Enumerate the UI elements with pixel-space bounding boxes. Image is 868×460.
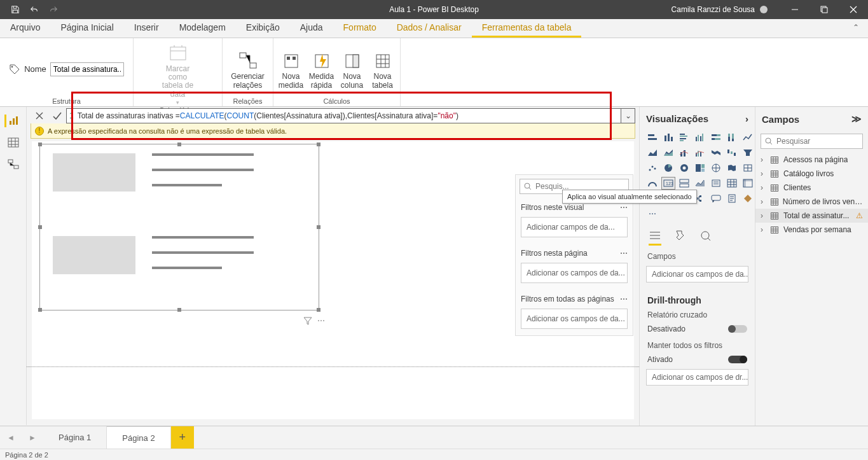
vis-100-column-icon[interactable]: [726, 132, 738, 143]
menu-ferramentas-tabela[interactable]: Ferramentas da tabela: [472, 19, 582, 38]
vis-paginated-icon[interactable]: [726, 193, 738, 204]
vis-map-icon[interactable]: [710, 162, 722, 174]
page-tab-1[interactable]: Página 1: [43, 426, 107, 449]
formula-expand-icon[interactable]: ⌄: [621, 108, 635, 123]
menu-exibicao[interactable]: Exibição: [236, 19, 290, 38]
vis-100-bar-icon[interactable]: [710, 132, 722, 143]
vis-filled-map-icon[interactable]: [726, 162, 738, 174]
page-tab-2[interactable]: Página 2: [107, 426, 170, 449]
vis-multi-card-icon[interactable]: [678, 178, 691, 189]
page-next-icon[interactable]: ►: [22, 426, 43, 449]
menu-modelagem[interactable]: Modelagem: [169, 19, 236, 38]
vis-treemap-icon[interactable]: [694, 162, 706, 174]
filters-page-drop[interactable]: Adicionar os campos de da...: [521, 263, 628, 283]
add-page-button[interactable]: +: [171, 426, 194, 449]
menu-formato[interactable]: Formato: [333, 19, 387, 38]
field-table-row[interactable]: ›Clientes: [755, 181, 868, 195]
vis-pie-icon[interactable]: [662, 162, 675, 174]
vis-matrix-icon[interactable]: [741, 178, 754, 189]
report-view-icon[interactable]: [4, 115, 20, 127]
vis-clustered-bar-icon[interactable]: [678, 132, 691, 143]
filters-all-drop[interactable]: Adicionar os campos de da...: [521, 309, 628, 329]
manage-relations-button[interactable]: Gerenciar relações: [228, 48, 268, 89]
field-table-row[interactable]: ›Número de livros vendi...: [755, 195, 868, 209]
new-table-button[interactable]: Nova tabela: [368, 48, 398, 89]
maximize-button[interactable]: [809, 0, 839, 19]
vis-line-icon[interactable]: [741, 132, 754, 143]
visual-more-icon[interactable]: ⋯: [317, 316, 325, 325]
expand-pane-icon[interactable]: ≫: [851, 113, 862, 125]
table-name-input[interactable]: [50, 62, 124, 76]
fields-search[interactable]: Pesquisar: [761, 134, 863, 149]
new-measure-button[interactable]: Nova medida: [276, 48, 307, 89]
vis-powerapps-icon[interactable]: [741, 193, 754, 204]
save-icon[interactable]: [6, 2, 24, 17]
vis-kpi-icon[interactable]: [694, 178, 706, 189]
page-prev-icon[interactable]: ◄: [0, 426, 22, 449]
vis-clustered-column-icon[interactable]: [694, 132, 706, 143]
commit-formula-icon[interactable]: [48, 108, 66, 123]
menu-dados-analisar[interactable]: Dados / Analisar: [387, 19, 472, 38]
vis-stacked-column-icon[interactable]: [662, 132, 675, 143]
vis-stacked-bar-icon[interactable]: [646, 132, 659, 143]
close-button[interactable]: [839, 0, 868, 19]
filters-visual-drop[interactable]: Adicionar campos de da...: [521, 217, 628, 237]
vis-tab-fields[interactable]: [649, 230, 661, 246]
collapse-ribbon-icon[interactable]: ⌃: [849, 23, 863, 32]
vis-area-icon[interactable]: [646, 147, 659, 158]
redo-icon[interactable]: [45, 2, 62, 17]
more-icon[interactable]: ⋯: [620, 203, 628, 212]
undo-icon[interactable]: [25, 2, 43, 17]
vis-scatter-icon[interactable]: [646, 162, 659, 174]
menu-inserir[interactable]: Inserir: [124, 19, 169, 38]
user-avatar[interactable]: [760, 6, 768, 13]
svg-rect-56: [701, 164, 705, 168]
vis-line-column-icon[interactable]: [678, 147, 691, 158]
drill-through-drop[interactable]: Adicionar os campos de dr...: [646, 369, 748, 386]
field-table-row[interactable]: ›Acessos na página: [755, 153, 868, 167]
collapse-pane-icon[interactable]: ›: [745, 113, 748, 124]
svg-rect-8: [293, 57, 296, 60]
vis-stacked-area-icon[interactable]: [662, 147, 675, 158]
vis-donut-icon[interactable]: [678, 162, 691, 174]
vis-line-clustered-icon[interactable]: [694, 147, 706, 158]
vis-tab-format[interactable]: [674, 230, 687, 246]
new-column-button[interactable]: Nova coluna: [337, 48, 368, 89]
model-view-icon[interactable]: [6, 158, 21, 171]
more-icon[interactable]: ⋯: [620, 249, 628, 258]
field-table-name: Clientes: [783, 183, 811, 192]
visual-placeholder[interactable]: ⋯: [39, 144, 319, 310]
data-view-icon[interactable]: [6, 136, 21, 149]
quick-measure-button[interactable]: Medida rápida: [307, 48, 337, 89]
vis-table-icon[interactable]: [726, 178, 738, 189]
formula-bar[interactable]: 1 Total de assinaturas inativas = CALCUL…: [66, 108, 621, 123]
field-table-row[interactable]: ›Catálogo livros: [755, 167, 868, 181]
visualization-gallery: 123 R Py ⋯: [640, 130, 755, 223]
vis-ribbon-icon[interactable]: [710, 147, 722, 158]
vis-gauge-icon[interactable]: [646, 178, 659, 189]
vis-slicer-icon[interactable]: [710, 178, 722, 189]
more-icon[interactable]: ⋯: [620, 295, 628, 303]
report-canvas[interactable]: ⋯ Pesquis... Filtros neste visual⋯ Adici…: [32, 141, 634, 419]
vis-qna-icon[interactable]: [710, 193, 722, 204]
visual-filter-icon[interactable]: [303, 316, 312, 325]
keep-filters-toggle[interactable]: [728, 356, 747, 363]
field-table-name: Total de assinatur...: [783, 211, 849, 220]
vis-more-icon[interactable]: ⋯: [646, 208, 659, 220]
svg-rect-81: [771, 157, 778, 163]
vis-fields-drop[interactable]: Adicionar os campos de da...: [646, 266, 748, 282]
menu-arquivo[interactable]: Arquivo: [0, 19, 50, 38]
cancel-formula-icon[interactable]: [31, 108, 48, 123]
vis-card-icon[interactable]: 123: [662, 178, 675, 189]
vis-shape-map-icon[interactable]: [741, 162, 754, 174]
field-table-row[interactable]: ›Total de assinatur...⚠: [755, 209, 868, 223]
minimize-button[interactable]: [780, 0, 809, 19]
field-table-row[interactable]: ›Vendas por semana: [755, 223, 868, 237]
field-table-name: Número de livros vendi...: [783, 197, 863, 206]
vis-funnel-icon[interactable]: [741, 147, 754, 158]
vis-waterfall-icon[interactable]: [726, 147, 738, 158]
vis-tab-analytics[interactable]: [699, 230, 712, 246]
menu-ajuda[interactable]: Ajuda: [290, 19, 333, 38]
cross-report-toggle[interactable]: [728, 325, 747, 333]
menu-pagina-inicial[interactable]: Página Inicial: [50, 19, 123, 38]
